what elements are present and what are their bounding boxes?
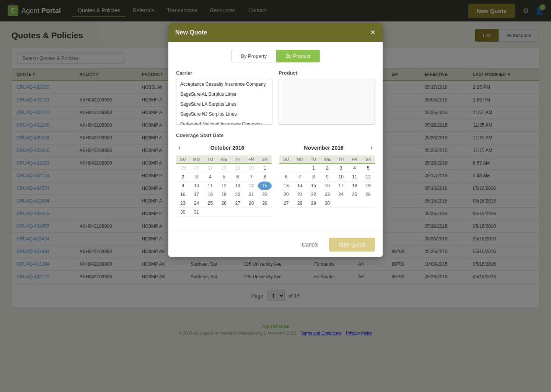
calendar-day[interactable]: 24 [189, 199, 203, 208]
calendar-day[interactable]: 29 [307, 199, 320, 208]
calendar-day[interactable]: 13 [279, 181, 293, 190]
calendar-day[interactable]: 26 [361, 190, 375, 199]
calendar-day[interactable]: 29 [231, 163, 244, 173]
calendar-day[interactable]: 6 [231, 173, 244, 181]
modal-close-button[interactable]: ✕ [370, 28, 376, 37]
calendar-day[interactable]: 24 [334, 190, 347, 199]
calendar-day[interactable]: 23 [176, 199, 189, 208]
calendar-day[interactable]: 16 [320, 181, 334, 190]
calendar-day[interactable]: 30 [176, 208, 189, 217]
calendar-day[interactable]: 20 [279, 190, 293, 199]
calendar-day[interactable]: 11 [348, 173, 361, 181]
calendar-day[interactable]: 16 [176, 190, 189, 199]
calendar-day[interactable]: 5 [217, 173, 231, 181]
calendar-day[interactable]: 25 [204, 199, 217, 208]
calendar-day[interactable]: 28 [245, 199, 258, 208]
coverage-start-label: Coverage Start Date [176, 132, 375, 138]
carrier-list[interactable]: Acceptance Casualty Insurance CompanySag… [176, 79, 272, 125]
calendar-day[interactable]: 22 [258, 190, 272, 199]
calendar-day[interactable]: 19 [361, 181, 375, 190]
nov-next-button[interactable]: › [368, 143, 375, 152]
calendar-day[interactable]: 21 [293, 190, 306, 199]
calendar-day[interactable]: 4 [204, 173, 217, 181]
calendar-day[interactable]: 17 [334, 181, 347, 190]
tab-by-product[interactable]: By Product [276, 50, 320, 62]
nov-month-label: November 2016 [304, 145, 344, 151]
calendar-day[interactable]: 26 [189, 163, 203, 173]
calendar-day[interactable]: 27 [231, 199, 244, 208]
calendar-day[interactable]: 25 [176, 163, 189, 173]
calendar-day[interactable]: 10 [334, 173, 347, 181]
calendar-day[interactable]: 28 [217, 163, 231, 173]
modal-tabs: By Property By Product [176, 50, 375, 62]
calendars-row: ‹ October 2016 SuMoTuWeThFrSa25262728293… [176, 143, 375, 217]
calendar-day[interactable]: 15 [258, 181, 272, 190]
calendar-day[interactable]: 6 [279, 173, 293, 181]
calendar-day[interactable]: 2 [176, 173, 189, 181]
calendar-day[interactable]: 2 [320, 163, 334, 173]
tab-by-property[interactable]: By Property [231, 50, 276, 62]
carrier-product-row: Carrier Acceptance Casualty Insurance Co… [176, 70, 375, 125]
calendar-day[interactable]: 20 [231, 190, 244, 199]
calendar-day[interactable]: 28 [293, 199, 306, 208]
oct-prev-button[interactable]: ‹ [176, 143, 183, 152]
calendar-day[interactable]: 31 [189, 208, 203, 217]
calendar-day [334, 199, 347, 208]
start-quote-button[interactable]: Start Quote [329, 238, 375, 252]
calendar-day [348, 199, 361, 208]
carrier-item[interactable]: Acceptance Casualty Insurance Company [176, 79, 272, 89]
calendar-day[interactable]: 29 [258, 199, 272, 208]
cancel-button[interactable]: Cancel [296, 238, 325, 251]
calendar-day [204, 208, 217, 217]
calendar-day [293, 163, 306, 173]
calendar-day[interactable]: 12 [361, 173, 375, 181]
calendar-day[interactable]: 12 [217, 181, 231, 190]
calendar-day[interactable]: 27 [204, 163, 217, 173]
calendar-day[interactable]: 7 [245, 173, 258, 181]
carrier-label: Carrier [176, 70, 272, 76]
calendar-day[interactable]: 22 [307, 190, 320, 199]
calendar-day[interactable]: 3 [189, 173, 203, 181]
calendar-day[interactable]: 5 [361, 163, 375, 173]
calendar-day[interactable]: 14 [293, 181, 306, 190]
calendar-day [258, 208, 272, 217]
calendar-day[interactable]: 11 [204, 181, 217, 190]
calendar-day[interactable]: 14 [245, 181, 258, 190]
calendar-day[interactable]: 23 [320, 190, 334, 199]
calendar-day[interactable]: 25 [348, 190, 361, 199]
calendar-day[interactable]: 27 [279, 199, 293, 208]
calendar-day[interactable]: 7 [293, 173, 306, 181]
calendar-day[interactable]: 3 [334, 163, 347, 173]
calendar-day [279, 163, 293, 173]
calendar-day[interactable]: 1 [307, 163, 320, 173]
calendar-day[interactable]: 13 [231, 181, 244, 190]
calendar-day[interactable]: 30 [320, 199, 334, 208]
calendar-day[interactable]: 21 [245, 190, 258, 199]
calendar-day[interactable]: 4 [348, 163, 361, 173]
calendar-day [217, 208, 231, 217]
product-label: Product [279, 70, 375, 76]
calendar-day[interactable]: 17 [189, 190, 203, 199]
calendar-day[interactable]: 18 [348, 181, 361, 190]
oct-header: ‹ October 2016 [176, 143, 272, 152]
calendar-day[interactable]: 9 [176, 181, 189, 190]
calendar-day[interactable]: 26 [217, 199, 231, 208]
carrier-item[interactable]: Federated National Insurnace Company [176, 119, 272, 125]
calendar-day[interactable]: 8 [307, 173, 320, 181]
calendar-day [245, 208, 258, 217]
calendar-day[interactable]: 9 [320, 173, 334, 181]
carrier-item[interactable]: SageSure AL Surplus Lines [176, 89, 272, 99]
carrier-item[interactable]: SageSure LA Surplus Lines [176, 99, 272, 109]
product-area[interactable] [279, 79, 375, 125]
calendar-day[interactable]: 10 [189, 181, 203, 190]
november-calendar: November 2016 › SuMoTuWeThFrSa1234567891… [279, 143, 375, 217]
oct-month-label: October 2016 [210, 145, 245, 151]
calendar-day[interactable]: 30 [245, 163, 258, 173]
calendar-day[interactable]: 18 [204, 190, 217, 199]
calendar-day[interactable]: 8 [258, 173, 272, 181]
calendar-day[interactable]: 1 [258, 163, 272, 173]
calendar-day[interactable]: 19 [217, 190, 231, 199]
october-calendar: ‹ October 2016 SuMoTuWeThFrSa25262728293… [176, 143, 272, 217]
carrier-item[interactable]: SageSure NJ Surplus Lines [176, 109, 272, 119]
calendar-day[interactable]: 15 [307, 181, 320, 190]
